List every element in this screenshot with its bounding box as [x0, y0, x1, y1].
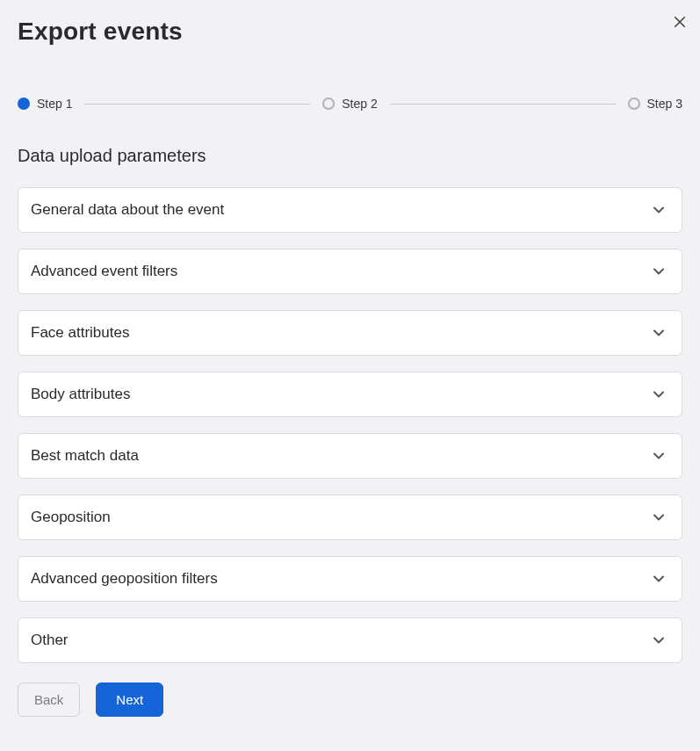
panel-label: Face attributes — [31, 324, 129, 342]
panel-label: General data about the event — [31, 201, 224, 219]
section-title: Data upload parameters — [18, 146, 682, 166]
panel-general-data[interactable]: General data about the event — [18, 187, 682, 233]
panel-label: Best match data — [31, 447, 139, 465]
panel-geoposition[interactable]: Geoposition — [18, 495, 682, 540]
panel-best-match-data[interactable]: Best match data — [18, 433, 682, 479]
step-2[interactable]: Step 2 — [322, 97, 377, 111]
panel-other[interactable]: Other — [18, 617, 682, 663]
panel-label: Geoposition — [31, 509, 111, 526]
close-icon[interactable] — [672, 14, 688, 30]
chevron-down-icon — [650, 263, 668, 280]
stepper: Step 1 Step 2 Step 3 — [18, 97, 682, 111]
chevron-down-icon — [650, 447, 668, 465]
chevron-down-icon — [650, 632, 668, 649]
chevron-down-icon — [650, 324, 668, 342]
page-title: Export events — [18, 18, 682, 46]
step-line — [84, 104, 310, 105]
chevron-down-icon — [650, 570, 668, 588]
step-3-circle — [628, 97, 640, 110]
panel-body-attributes[interactable]: Body attributes — [18, 372, 682, 417]
panel-label: Body attributes — [31, 386, 130, 403]
panel-label: Advanced geoposition filters — [31, 570, 218, 588]
step-3-label: Step 3 — [647, 97, 682, 111]
step-1-label: Step 1 — [37, 97, 72, 111]
step-2-circle — [322, 97, 335, 110]
panel-face-attributes[interactable]: Face attributes — [18, 310, 682, 356]
step-1-circle — [18, 97, 30, 110]
export-events-dialog: Export events Step 1 Step 2 Step 3 Data … — [0, 0, 700, 734]
back-button[interactable]: Back — [18, 682, 80, 717]
panel-list: General data about the event Advanced ev… — [18, 187, 682, 663]
chevron-down-icon — [650, 386, 668, 403]
panel-label: Other — [31, 632, 69, 649]
chevron-down-icon — [650, 201, 668, 219]
next-button[interactable]: Next — [96, 682, 163, 717]
panel-advanced-geoposition-filters[interactable]: Advanced geoposition filters — [18, 556, 682, 602]
step-line — [390, 104, 616, 105]
step-3[interactable]: Step 3 — [628, 97, 682, 111]
footer: Back Next — [18, 682, 682, 717]
step-2-label: Step 2 — [342, 97, 377, 111]
panel-advanced-event-filters[interactable]: Advanced event filters — [18, 249, 682, 294]
step-1[interactable]: Step 1 — [18, 97, 72, 111]
panel-label: Advanced event filters — [31, 263, 177, 280]
chevron-down-icon — [650, 509, 668, 526]
